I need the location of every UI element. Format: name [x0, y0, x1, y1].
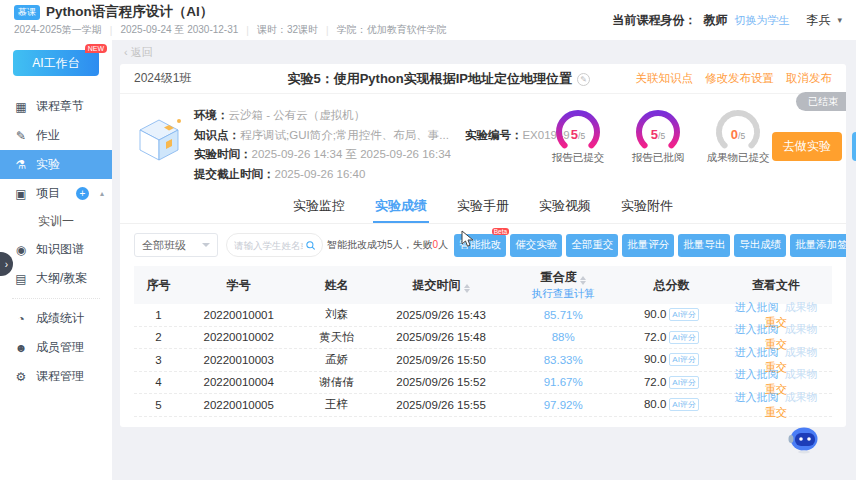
- col-label: 提交时间: [413, 278, 461, 292]
- sidebar-item-syllabus[interactable]: ▤ 大纲/教案: [0, 264, 112, 293]
- assistant-robot-icon[interactable]: [786, 426, 822, 456]
- cell-index: 2: [134, 331, 183, 343]
- col-student-id: 学号: [183, 277, 295, 294]
- col-submit-time: 提交时间: [378, 277, 504, 294]
- sidebar-item-training1[interactable]: 实训一: [0, 208, 112, 235]
- gauge-report-submitted: 5/5 报告已提交: [544, 108, 612, 165]
- ai-score-badge: AI评分: [669, 353, 699, 366]
- cell-student-id: 20220010004: [183, 376, 295, 388]
- back-arrow-icon: ‹: [124, 46, 128, 58]
- course-admin-icon: ⚙: [14, 370, 28, 384]
- review-link[interactable]: 进入批阅: [735, 301, 779, 313]
- ai-grading-status: 智能批改成功5人，失败0人: [327, 238, 448, 252]
- artifact-link[interactable]: 成果物: [785, 391, 818, 403]
- col-index: 序号: [134, 277, 183, 294]
- user-caret-icon[interactable]: ▾: [837, 15, 842, 25]
- resubmit-link[interactable]: 重交: [765, 406, 787, 418]
- switch-role-link[interactable]: 切换为学生: [734, 13, 789, 28]
- sidebar-item-members[interactable]: ☻ 成员管理: [0, 333, 112, 362]
- search-input[interactable]: [234, 240, 303, 251]
- tab-grades[interactable]: 实验成绩: [373, 192, 429, 223]
- cell-score: 72.0AI评分: [623, 331, 721, 344]
- review-link[interactable]: 进入批阅: [735, 368, 779, 380]
- collapse-caret-icon[interactable]: ▴: [100, 189, 104, 198]
- search-icon: [306, 240, 315, 251]
- gauge-value: 5: [571, 127, 578, 142]
- artifact-link[interactable]: 成果物: [785, 323, 818, 335]
- link-knowledge-points[interactable]: 关联知识点: [636, 71, 694, 86]
- tab-monitor[interactable]: 实验监控: [291, 192, 347, 223]
- grades-table: 序号 学号 姓名 提交时间 重合度 执行查重计算 总分数 查看文件: [134, 266, 832, 417]
- artifact-link[interactable]: 成果物: [785, 368, 818, 380]
- ai-grade-button[interactable]: 智能批改 Beta: [454, 234, 506, 257]
- sidebar-item-course-admin[interactable]: ⚙ 课程管理: [0, 362, 112, 391]
- tab-attachments[interactable]: 实验附件: [619, 192, 675, 223]
- artifact-link[interactable]: 成果物: [785, 346, 818, 358]
- urge-submit-button[interactable]: 催交实验: [510, 234, 562, 257]
- cell-student-id: 20220010005: [183, 399, 295, 411]
- publish-grades-button[interactable]: 发布成绩: [852, 132, 856, 161]
- score-value: 72.0: [644, 331, 666, 343]
- cell-name: 王梓: [295, 397, 379, 412]
- add-project-icon[interactable]: +: [76, 187, 89, 200]
- batch-export-button[interactable]: 批量导出: [678, 234, 730, 257]
- sidebar: AI工作台 NEW ▦ 课程章节 ✎ 作业 ⚗ 实验 ▣ 项目 + ▴: [0, 40, 112, 480]
- col-name: 姓名: [295, 277, 379, 294]
- topbar-right: 当前课程身份：教师 切换为学生 李兵 ▾: [612, 12, 842, 29]
- env-value: 云沙箱 - 公有云（虚拟机）: [229, 109, 366, 121]
- ai-workbench-label: AI工作台: [32, 55, 79, 72]
- batch-signature-button[interactable]: 批量添加签名: [790, 234, 846, 257]
- score-value: 72.0: [644, 376, 666, 388]
- edit-icon[interactable]: ✎: [577, 73, 590, 86]
- sidebar-item-projects[interactable]: ▣ 项目 + ▴: [0, 179, 112, 208]
- ai-workbench-button[interactable]: AI工作台 NEW: [13, 50, 99, 76]
- experiment-meta: 环境：云沙箱 - 公有云（虚拟机） 知识点：程序调试;GUI简介;常用控件、布局…: [194, 106, 542, 184]
- cell-name: 刘森: [295, 307, 379, 322]
- sidebar-item-experiments[interactable]: ⚗ 实验: [0, 150, 112, 179]
- beta-badge: Beta: [492, 228, 509, 235]
- do-experiment-button[interactable]: 去做实验: [772, 132, 842, 161]
- sort-icon[interactable]: [580, 276, 586, 285]
- tab-video[interactable]: 实验视频: [537, 192, 593, 223]
- link-cancel-publish[interactable]: 取消发布: [786, 71, 832, 86]
- cell-submit-time: 2025/09/26 15:43: [378, 309, 504, 321]
- sidebar-item-label: 课程章节: [36, 98, 84, 115]
- role-label: 当前课程身份：: [612, 12, 696, 29]
- sidebar-item-knowledge-graph[interactable]: ◉ 知识图谱: [0, 235, 112, 264]
- sort-icon[interactable]: [464, 284, 470, 293]
- time-label: 实验时间：: [194, 148, 252, 160]
- student-search[interactable]: [226, 233, 323, 257]
- link-edit-publish-settings[interactable]: 修改发布设置: [705, 71, 774, 86]
- sidebar-item-label: 成绩统计: [36, 310, 84, 327]
- tab-manual[interactable]: 实验手册: [455, 192, 511, 223]
- sidebar-item-label: 作业: [36, 127, 60, 144]
- breadcrumb[interactable]: ‹ 返回: [124, 45, 846, 60]
- resubmit-all-button[interactable]: 全部重交: [566, 234, 618, 257]
- sidebar-item-grade-stats[interactable]: ◔ 成绩统计: [0, 304, 112, 333]
- export-grades-button[interactable]: 导出成绩: [734, 234, 786, 257]
- class-filter-select[interactable]: 全部班级: [134, 233, 218, 257]
- review-link[interactable]: 进入批阅: [735, 323, 779, 335]
- sidebar-item-chapters[interactable]: ▦ 课程章节: [0, 92, 112, 121]
- batch-score-button[interactable]: 批量评分: [622, 234, 674, 257]
- artifact-link[interactable]: 成果物: [785, 301, 818, 313]
- status-text: 智能批改成功5人，失败: [327, 239, 433, 250]
- sidebar-item-label: 项目: [36, 185, 60, 202]
- run-dup-check-link[interactable]: 执行查重计算: [504, 287, 623, 301]
- class-name: 2024级1班: [134, 70, 242, 87]
- user-menu[interactable]: 李兵: [806, 12, 830, 29]
- cell-student-id: 20220010001: [183, 309, 295, 321]
- review-link[interactable]: 进入批阅: [735, 391, 779, 403]
- review-link[interactable]: 进入批阅: [735, 346, 779, 358]
- cell-duplication: 88%: [504, 331, 623, 343]
- ai-score-badge: AI评分: [669, 398, 699, 411]
- env-label: 环境：: [194, 109, 229, 121]
- cell-student-id: 20220010002: [183, 331, 295, 343]
- header-links: 关联知识点 修改发布设置 取消发布: [636, 71, 833, 86]
- col-view-files: 查看文件: [720, 277, 832, 294]
- sidebar-item-homework[interactable]: ✎ 作业: [0, 121, 112, 150]
- experiment-cube-icon: [136, 118, 182, 162]
- score-value: 90.0: [644, 353, 666, 365]
- cell-actions: 进入批阅成果物重交: [720, 390, 832, 420]
- sidebar-item-label: 成员管理: [36, 339, 84, 356]
